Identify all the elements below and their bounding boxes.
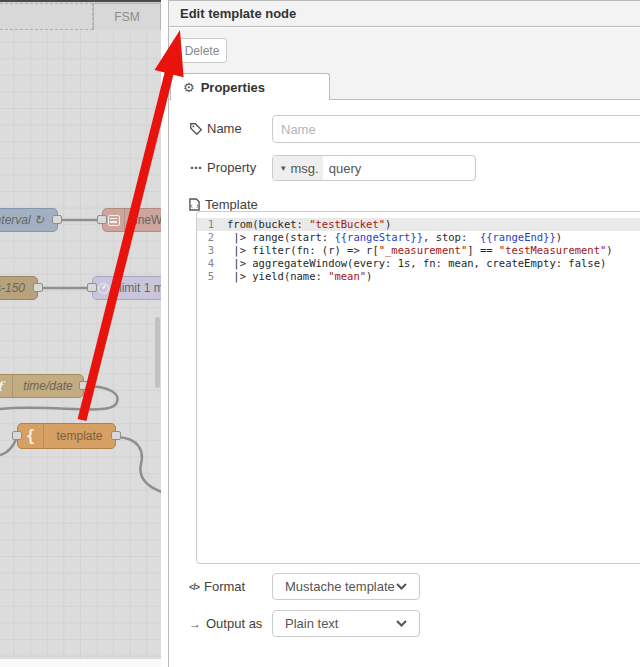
line-number: 5 <box>197 270 227 283</box>
node-timedate[interactable]: f time/date <box>0 374 84 398</box>
property-typed-input[interactable]: ▾ msg. query <box>272 155 476 181</box>
property-type-label: msg. <box>291 161 319 176</box>
delete-button[interactable]: Delete <box>177 38 227 63</box>
template-code-editor[interactable]: 1from(bucket: "testBucket")2 |> range(st… <box>196 211 640 564</box>
template-field-label: Template <box>189 197 258 212</box>
workspace-tabbar: FSM <box>0 2 161 30</box>
name-field-label: Name <box>190 121 242 136</box>
node-limit-label: limit 1 ms <box>115 281 161 295</box>
workspace-tab-fsm[interactable]: FSM <box>93 3 161 30</box>
workspace-tab-partial[interactable] <box>0 3 93 30</box>
code-line[interactable]: 3 |> filter(fn: (r) => r["_measurement"]… <box>197 244 640 257</box>
format-select[interactable]: Mustache template <box>272 573 420 600</box>
output-select-value: Plain text <box>285 616 338 631</box>
tray-resize-handle[interactable] <box>161 0 169 667</box>
chevron-down-icon <box>396 583 407 590</box>
node-sinewave-label: sineW <box>125 213 161 227</box>
name-input[interactable] <box>272 115 640 143</box>
line-number: 4 <box>197 257 227 270</box>
output-field-label: → Output as <box>189 616 262 631</box>
port-sinewave-in[interactable] <box>97 215 107 224</box>
node-template-label: template <box>44 429 115 443</box>
ellipsis-icon: ⋯ <box>190 161 202 175</box>
dialog-header: Edit template node <box>169 1 640 27</box>
line-number: 1 <box>197 218 227 231</box>
node-s150-label: s-150 <box>0 281 37 295</box>
wires-layer <box>0 0 161 667</box>
code-line[interactable]: 4 |> aggregateWindow(every: 1s, fn: mean… <box>197 257 640 270</box>
dialog-title: Edit template node <box>180 6 296 21</box>
tab-properties-label: Properties <box>201 80 265 95</box>
code-lines: 1from(bucket: "testBucket")2 |> range(st… <box>197 218 640 283</box>
line-number: 3 <box>197 244 227 257</box>
port-template-out[interactable] <box>111 431 121 440</box>
code-line[interactable]: 5 |> yield(name: "mean") <box>197 270 640 283</box>
output-select[interactable]: Plain text <box>272 610 420 637</box>
arrow-right-icon: → <box>189 617 201 631</box>
tab-properties[interactable]: ⚙ Properties <box>170 73 330 100</box>
tag-icon <box>190 123 202 135</box>
node-template[interactable]: { template <box>17 423 116 449</box>
node-limit[interactable]: limit 1 ms <box>92 276 161 300</box>
port-timedate-out[interactable] <box>79 381 89 390</box>
caret-down-icon: ▾ <box>281 163 286 173</box>
node-timedate-label: time/date <box>13 379 83 393</box>
code-icon: </> <box>189 582 199 592</box>
property-value[interactable]: query <box>323 161 362 176</box>
node-interval-label: interval ↻ <box>0 213 57 227</box>
node-interval[interactable]: interval ↻ <box>0 208 58 232</box>
dialog-tabbar: ⚙ Properties <box>169 67 640 100</box>
port-limit-in[interactable] <box>87 283 97 292</box>
gear-icon: ⚙ <box>183 80 195 95</box>
dialog-content: Name ⋯ Property ▾ msg. query Template 1f… <box>169 100 640 667</box>
port-interval-out[interactable] <box>52 215 62 224</box>
port-s150-out[interactable] <box>33 283 43 292</box>
node-sinewave[interactable]: sineW <box>102 208 161 232</box>
function-node-icon: f <box>0 375 13 397</box>
edit-template-dialog: Edit template node Delete ⚙ Properties N… <box>169 0 640 667</box>
workspace-tab-fsm-label: FSM <box>114 10 139 24</box>
chevron-down-icon <box>396 620 407 627</box>
wire[interactable] <box>117 437 161 492</box>
port-template-in[interactable] <box>12 431 22 440</box>
flow-workspace[interactable]: FSM interval ↻ sineW s-150 limit 1 ms f … <box>0 0 161 667</box>
code-line[interactable]: 1from(bucket: "testBucket") <box>197 218 640 231</box>
header-bottom-strip <box>0 0 161 2</box>
file-code-icon <box>189 198 200 211</box>
format-select-value: Mustache template <box>285 579 395 594</box>
line-number: 2 <box>197 231 227 244</box>
code-line[interactable]: 2 |> range(start: {{rangeStart}}, stop: … <box>197 231 640 244</box>
property-field-label: ⋯ Property <box>190 160 256 175</box>
workspace-vscrollbar-thumb[interactable] <box>155 317 160 388</box>
property-type-button[interactable]: ▾ msg. <box>273 156 323 180</box>
dialog-toolbar: Delete <box>169 28 640 67</box>
format-field-label: </> Format <box>189 579 245 594</box>
